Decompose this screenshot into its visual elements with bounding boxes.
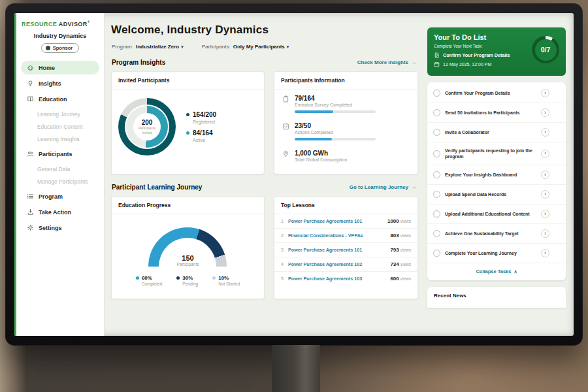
sidebar-item-take-action[interactable]: Take Action [21, 205, 99, 219]
sidebar-item-program[interactable]: Program [21, 189, 99, 203]
legend-dot-active [186, 131, 189, 135]
task-checkbox[interactable] [433, 230, 440, 237]
task-row[interactable]: Confirm Your Program Details › [427, 84, 566, 103]
chevron-right-icon[interactable]: › [541, 150, 549, 158]
participants-information-card: Participants Information 79/164 Emission… [274, 71, 418, 174]
task-checkbox[interactable] [433, 210, 440, 218]
program-filter-dropdown[interactable]: Program: Industrialize Zero ▾ [112, 44, 184, 50]
program-insights-header: Program Insights Check More Insights → [112, 59, 416, 66]
sidebar-item-participants[interactable]: Participants [21, 147, 99, 161]
lesson-views: 600 [390, 276, 399, 282]
todo-panel: Your To Do List Complete Your Next Task:… [427, 13, 566, 308]
lesson-title-link[interactable]: Power Purchase Agreements 102 [288, 261, 390, 267]
clipboard-icon [282, 95, 289, 103]
home-icon [27, 64, 34, 71]
task-row[interactable]: Explore Your Insights Dashboard › [427, 165, 566, 185]
recent-news-title: Recent News [434, 293, 466, 299]
lesson-title-link[interactable]: Power Purchase Agreements 101 [288, 247, 390, 253]
chevron-right-icon[interactable]: › [541, 249, 549, 257]
lesson-title-link[interactable]: Power Purchase Agreements 103 [288, 276, 390, 282]
lesson-views-suffix: views [400, 233, 411, 238]
program-insights-cards: Invited Participants 200 Participants In… [111, 71, 418, 174]
chevron-down-icon: ▾ [181, 44, 184, 50]
checklist-icon [282, 123, 289, 130]
participants-filter-dropdown[interactable]: Participants: Only My Participants ▾ [202, 44, 289, 50]
donut-center-label: Participants Invited [136, 126, 158, 135]
legend-pct: 60% [142, 275, 152, 281]
document-icon [434, 52, 440, 58]
todo-due-date: 12 May 2025, 12:00 PM [434, 61, 531, 67]
logo-advisor: ADVISOR [59, 21, 88, 27]
sponsor-icon [46, 46, 50, 50]
collapse-tasks-link[interactable]: Collapse Tasks∧ [427, 263, 566, 280]
legend-label: Not Started [218, 282, 240, 286]
task-checkbox[interactable] [433, 191, 440, 198]
task-row[interactable]: Achieve One Sustainability Target › [427, 224, 566, 244]
gauge-legend: 60% Completed 30% Pending 10% Not Starte… [112, 275, 264, 286]
task-row[interactable]: Complete Your Learning Journey › [427, 244, 566, 263]
filters-row: Program: Industrialize Zero ▾ Participan… [112, 44, 418, 50]
task-row[interactable]: Verify participants requesting to join t… [427, 142, 566, 165]
sidebar-item-general-data[interactable]: General Data [16, 163, 104, 175]
chevron-right-icon[interactable]: › [541, 210, 549, 218]
gauge-legend-not-started: 10% Not Started [212, 275, 240, 286]
task-checkbox[interactable] [433, 129, 440, 136]
chevron-right-icon[interactable]: › [541, 128, 549, 137]
chevron-right-icon[interactable]: › [541, 229, 549, 238]
chevron-right-icon[interactable]: › [541, 190, 549, 199]
task-label: Verify participants requesting to join t… [445, 148, 536, 159]
check-more-insights-link[interactable]: Check More Insights → [357, 59, 416, 65]
task-checkbox[interactable] [433, 250, 440, 257]
sidebar-item-home[interactable]: Home [21, 61, 99, 74]
task-checkbox[interactable] [433, 150, 440, 157]
todo-title: Your To Do List [434, 33, 531, 41]
program-insights-title: Program Insights [112, 59, 165, 66]
lightbulb-icon [27, 80, 34, 87]
task-row[interactable]: Upload Additional Educational Content › [427, 204, 566, 224]
logo-plus: + [88, 20, 91, 24]
learning-journey-header: Participant Learning Journey Go to Learn… [112, 184, 416, 191]
sidebar-item-learning-journey[interactable]: Learning Journey [16, 108, 104, 120]
dashboard-screen: RESOURCE ADVISOR+ Industry Dynamics Spon… [14, 13, 574, 336]
chevron-right-icon[interactable]: › [541, 171, 549, 179]
arrow-right-icon: → [411, 59, 416, 65]
lesson-title-link[interactable]: Power Purchase Agreements 101 [288, 218, 387, 224]
sidebar-item-label: Participants [39, 151, 73, 157]
sidebar-item-insights[interactable]: Insights [21, 76, 99, 90]
legend-dot-registered [186, 113, 189, 116]
survey-progress-bar [295, 110, 376, 113]
legend-item-registered: 164/200 Registered [186, 111, 216, 124]
education-progress-gauge: 150 Participants [148, 227, 227, 267]
download-action-icon [27, 208, 34, 216]
legend-dot-not-started [212, 276, 216, 280]
sidebar-item-learning-insights[interactable]: Learning Insights [16, 133, 104, 145]
lesson-number: 5 [281, 276, 288, 281]
sidebar-item-manage-participants[interactable]: Manage Participants [16, 175, 104, 188]
task-row[interactable]: Invite a Collaborator › [427, 123, 566, 142]
monitor-stand [272, 345, 320, 392]
sidebar-item-education-content[interactable]: Education Content [16, 120, 104, 133]
task-checkbox[interactable] [433, 109, 440, 116]
top-lessons-card-title: Top Lessons [274, 197, 417, 214]
stat-row-actions: 23/50 Actions Completed [274, 117, 417, 144]
task-row[interactable]: Upload Spend Data Records › [427, 185, 566, 204]
photo-background: RESOURCE ADVISOR+ Industry Dynamics Spon… [0, 0, 588, 392]
sidebar-item-settings[interactable]: Settings [21, 221, 99, 235]
task-checkbox[interactable] [433, 90, 440, 97]
todo-progress-ring: 0/7 [532, 36, 559, 63]
sidebar-item-education[interactable]: Education [21, 92, 99, 106]
legend-label: Completed [142, 282, 162, 286]
stat-label: Actions Completed [295, 130, 376, 135]
go-to-learning-journey-link[interactable]: Go to Learning Journey → [350, 184, 416, 190]
sidebar-subitem-label: Learning Insights [37, 136, 80, 142]
logo-resource: RESOURCE [22, 21, 57, 27]
task-row[interactable]: Send 50 Invitations to Participants › [427, 103, 566, 123]
chevron-right-icon[interactable]: › [541, 89, 549, 97]
todo-task-list: Confirm Your Program Details › Send 50 I… [427, 82, 566, 280]
sidebar-subitem-label: Education Content [37, 123, 83, 130]
lesson-title-link[interactable]: Financial Considerations - VPPAs [288, 233, 390, 238]
legend-item-active: 84/164 Active [186, 129, 216, 142]
sidebar-nav: Home Insights Education Learning Journey [16, 61, 104, 235]
task-checkbox[interactable] [433, 171, 440, 178]
chevron-right-icon[interactable]: › [541, 108, 549, 117]
